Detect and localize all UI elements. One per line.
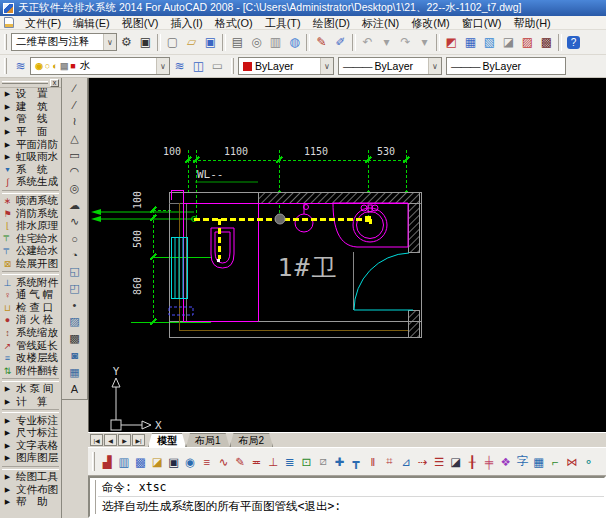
tz-tool-icon[interactable]: ▦ xyxy=(530,453,547,471)
toolbar-icon[interactable] xyxy=(352,34,356,51)
title-bar[interactable]: 天正软件-给排水系统 2014 For AutoCAD 2008 - [C:\U… xyxy=(0,0,606,16)
sidebar-item[interactable]: ⊔ 检 查 口 xyxy=(0,302,61,315)
chevron-down-icon[interactable]: ∨ xyxy=(103,34,116,50)
tz-send-icon[interactable]: ◪ xyxy=(499,33,518,52)
sidebar-item[interactable]: ● 消 火 栓 xyxy=(0,314,61,327)
insert-block-icon[interactable]: ◱ xyxy=(64,264,86,281)
pencil-icon[interactable]: ✎ xyxy=(312,33,331,52)
arc-icon[interactable]: ◠ xyxy=(64,163,86,180)
tz-tool-icon[interactable]: ▟ xyxy=(99,453,116,471)
spline-icon[interactable]: ∿ xyxy=(64,214,86,231)
toolbar-icon[interactable] xyxy=(306,34,310,51)
lineweight-combo[interactable]: ——— ByLayer xyxy=(446,57,566,75)
tz-tool-icon[interactable]: ≖ xyxy=(248,453,265,471)
sidebar-item[interactable]: ♀ 通 气 帽 xyxy=(0,289,61,302)
sidebar-item[interactable]: ▶ 文件布图 xyxy=(0,483,61,496)
workspace-gear-icon[interactable]: ⚙ xyxy=(117,33,136,52)
publish-icon[interactable]: ▥ xyxy=(266,33,285,52)
ellipse-arc-icon[interactable]: ◔ xyxy=(64,247,86,264)
layer-color-swatch[interactable]: ■ xyxy=(70,61,75,71)
sidebar-item[interactable]: ▶ 平 面 xyxy=(0,126,61,139)
tz-tool-icon[interactable]: ≡ xyxy=(199,453,216,471)
command-input-line[interactable]: 选择自动生成系统图的所有平面图管线<退出>: xyxy=(98,497,604,516)
sidebar-item[interactable]: ▶ 绘图工具 xyxy=(0,471,61,484)
tz-tool-icon[interactable]: ⊡ xyxy=(298,453,315,471)
tab-nav-button[interactable]: ◀ xyxy=(104,434,117,446)
tz-tool-icon[interactable]: ▣ xyxy=(165,453,182,471)
menu-item[interactable]: 编辑(E) xyxy=(67,16,116,30)
chevron-down-icon[interactable]: ∨ xyxy=(428,58,441,74)
toolbar-grip[interactable] xyxy=(92,452,95,471)
layer-states-icon[interactable]: ◫ xyxy=(189,57,208,76)
menu-item[interactable]: 标注(N) xyxy=(356,16,405,30)
save-icon[interactable]: ▣ xyxy=(201,33,220,52)
sidebar-item[interactable]: ▶ 平面消防 xyxy=(0,138,61,151)
chevron-down-icon[interactable]: ∨ xyxy=(156,58,169,74)
mtext-icon[interactable]: A xyxy=(64,380,86,397)
toolbar-icon[interactable] xyxy=(436,34,440,51)
help-icon[interactable]: ? xyxy=(564,33,583,52)
layer-lock-icon[interactable]: ◐ xyxy=(52,61,57,71)
color-combo[interactable]: ByLayer ∨ xyxy=(238,57,334,75)
hatch-icon[interactable]: ▨ xyxy=(64,314,86,331)
make-block-icon[interactable]: ◰ xyxy=(64,280,86,297)
tz-tool-icon[interactable]: ⇢ xyxy=(414,453,431,471)
tz-tool-icon[interactable]: ◪ xyxy=(447,453,464,471)
revcloud-icon[interactable]: ☁ xyxy=(64,197,86,214)
sidebar-item[interactable]: ▶ 水 泵 间 xyxy=(0,383,61,396)
tz-tool-icon[interactable]: ▥ xyxy=(116,453,133,471)
layer-combo[interactable]: ◉ ○ ◐ ▤ ■ 水 ∨ xyxy=(30,57,170,75)
sidebar-item[interactable] xyxy=(2,190,59,194)
tab-nav-button[interactable]: ▶| xyxy=(132,434,145,446)
tz-tool-icon[interactable]: ∿ xyxy=(215,453,232,471)
tz-calculator-icon[interactable]: ▩ xyxy=(537,33,556,52)
menu-item[interactable]: 工具(T) xyxy=(259,16,307,30)
sidebar-item[interactable]: ⊠ 绘展开图 xyxy=(0,258,61,271)
ellipse-icon[interactable]: ○ xyxy=(64,230,86,247)
toolbar-grip[interactable] xyxy=(231,58,234,73)
tz-tool-icon[interactable]: ✚ xyxy=(331,453,348,471)
menu-item[interactable]: 窗口(W) xyxy=(456,16,508,30)
toolbar-icon[interactable] xyxy=(558,34,562,51)
sidebar-item[interactable]: ▶ 图库图层 xyxy=(0,452,61,465)
sidebar-item[interactable]: ▼ 系 统 xyxy=(0,164,61,177)
menu-item[interactable]: 绘图(D) xyxy=(307,16,356,30)
layer-plot-icon[interactable]: ▤ xyxy=(60,61,69,71)
sidebar-item[interactable]: 〒 住宅给水 xyxy=(0,233,61,246)
layer-isolate-icon[interactable]: ▭ xyxy=(208,57,227,76)
new-file-icon[interactable]: ▢ xyxy=(163,33,182,52)
menu-item[interactable]: 文件(F) xyxy=(19,16,67,30)
layout-tab[interactable]: 布局1 xyxy=(186,433,230,447)
chevron-down-icon[interactable]: ∨ xyxy=(320,58,333,74)
rectangle-icon[interactable]: ▭ xyxy=(64,147,86,164)
menu-item[interactable]: 视图(V) xyxy=(116,16,165,30)
tz-tool-icon[interactable]: ⧄ xyxy=(315,453,332,471)
plot-preview-icon[interactable]: ◎ xyxy=(247,33,266,52)
sidebar-item[interactable]: ⊥ 系统附件 xyxy=(0,276,61,289)
tz-tool-icon[interactable]: ┳ xyxy=(348,453,365,471)
etransmit-icon[interactable]: ◍ xyxy=(285,33,304,52)
gradient-icon[interactable]: ▩ xyxy=(64,330,86,347)
menu-item[interactable]: 帮助(H) xyxy=(508,16,557,30)
open-file-icon[interactable]: ▱ xyxy=(182,33,201,52)
sidebar-item[interactable]: ∗ 喷洒系统 xyxy=(0,195,61,208)
sidebar-item[interactable]: 〒 公建给水 xyxy=(0,245,61,258)
sidebar-item[interactable]: ▶ 文字表格 xyxy=(0,439,61,452)
sidebar-item[interactable]: ≡ 改楼层线 xyxy=(0,352,61,365)
layer-on-bulb-icon[interactable]: ◉ xyxy=(35,61,43,71)
layout-tab[interactable]: 模型 xyxy=(148,433,186,447)
sidebar-item[interactable]: ▶ 设 置 xyxy=(0,88,61,101)
polygon-icon[interactable]: △ xyxy=(64,130,86,147)
sidebar-item[interactable]: ▶ 管 线 xyxy=(0,113,61,126)
tz-tool-icon[interactable]: ▩ xyxy=(132,453,149,471)
redo-icon[interactable]: ↷ xyxy=(396,33,415,52)
close-icon[interactable]: x xyxy=(50,79,59,87)
sidebar-item[interactable]: ⚑ 消防系统 xyxy=(0,207,61,220)
tz-tool-icon[interactable]: ╂ xyxy=(464,453,481,471)
tz-tool-icon[interactable]: ❖ xyxy=(497,453,514,471)
tab-nav-button[interactable]: |◀ xyxy=(90,434,103,446)
tz-tool-icon[interactable]: ⌐ xyxy=(547,453,564,471)
tz-tool-icon[interactable]: ☰ xyxy=(431,453,448,471)
toolbar-grip[interactable] xyxy=(4,58,7,73)
construction-line-icon[interactable]: ⁄ xyxy=(64,97,86,114)
